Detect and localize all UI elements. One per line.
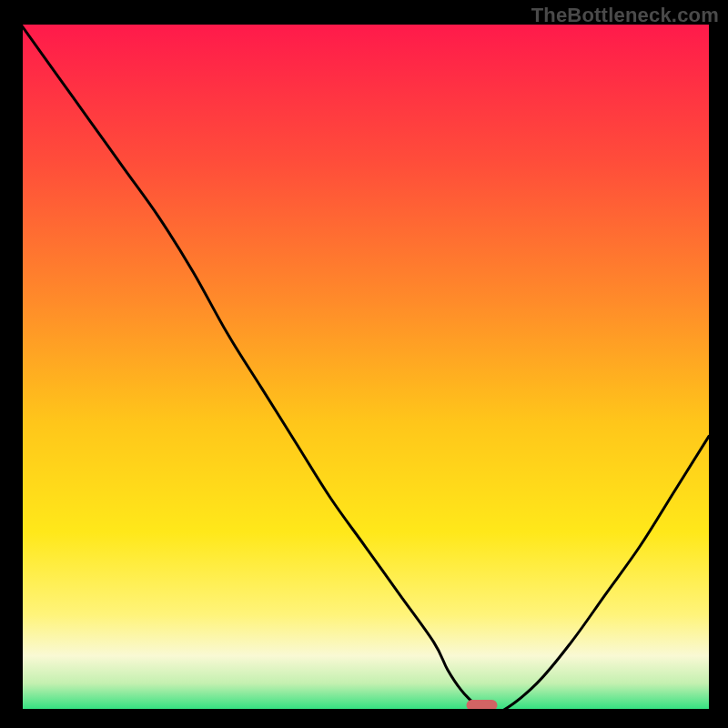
bottleneck-chart xyxy=(0,0,728,728)
watermark-text: TheBottleneck.com xyxy=(531,4,719,27)
plot-background xyxy=(21,25,709,711)
chart-frame: TheBottleneck.com xyxy=(0,0,728,728)
